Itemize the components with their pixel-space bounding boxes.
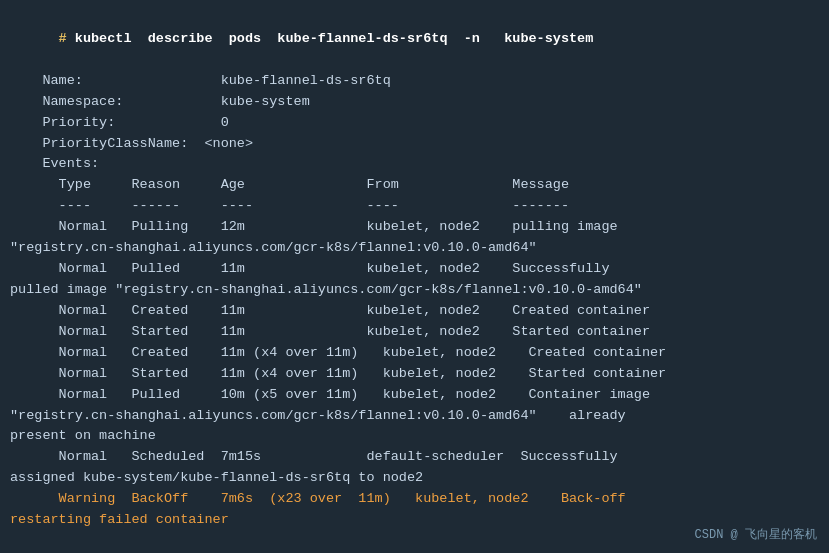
line-e1: Normal Pulling 12m kubelet, node2 pullin… bbox=[10, 217, 819, 238]
line-priorityclassname: PriorityClassName: <none> bbox=[10, 134, 819, 155]
line-e1b: "registry.cn-shanghai.aliyuncs.com/gcr-k… bbox=[10, 238, 819, 259]
line-name: Name: kube-flannel-ds-sr6tq bbox=[10, 71, 819, 92]
line-events-header: Type Reason Age From Message bbox=[10, 175, 819, 196]
line-e7c: present on machine bbox=[10, 426, 819, 447]
line-e6: Normal Started 11m (x4 over 11m) kubelet… bbox=[10, 364, 819, 385]
line-e4: Normal Started 11m kubelet, node2 Starte… bbox=[10, 322, 819, 343]
line-e5: Normal Created 11m (x4 over 11m) kubelet… bbox=[10, 343, 819, 364]
line-e9: Warning BackOff 7m6s (x23 over 11m) kube… bbox=[10, 489, 819, 510]
line-e8: Normal Scheduled 7m15s default-scheduler… bbox=[10, 447, 819, 468]
line-e8b: assigned kube-system/kube-flannel-ds-sr6… bbox=[10, 468, 819, 489]
line-e2: Normal Pulled 11m kubelet, node2 Success… bbox=[10, 259, 819, 280]
line-e2b: pulled image "registry.cn-shanghai.aliyu… bbox=[10, 280, 819, 301]
terminal-window: # kubectl describe pods kube-flannel-ds-… bbox=[0, 0, 829, 553]
line-e7: Normal Pulled 10m (x5 over 11m) kubelet,… bbox=[10, 385, 819, 406]
command-line: # kubectl describe pods kube-flannel-ds-… bbox=[10, 8, 819, 71]
line-namespace: Namespace: kube-system bbox=[10, 92, 819, 113]
line-e3: Normal Created 11m kubelet, node2 Create… bbox=[10, 301, 819, 322]
line-e7b: "registry.cn-shanghai.aliyuncs.com/gcr-k… bbox=[10, 406, 819, 427]
command-text: kubectl describe pods kube-flannel-ds-sr… bbox=[67, 31, 594, 46]
hash-symbol: # bbox=[59, 31, 67, 46]
watermark: CSDN @ 飞向星的客机 bbox=[695, 526, 817, 543]
line-events-sep: ---- ------ ---- ---- ------- bbox=[10, 196, 819, 217]
line-priority: Priority: 0 bbox=[10, 113, 819, 134]
output-lines: # kubectl describe pods kube-flannel-ds-… bbox=[10, 8, 819, 531]
line-events-label: Events: bbox=[10, 154, 819, 175]
